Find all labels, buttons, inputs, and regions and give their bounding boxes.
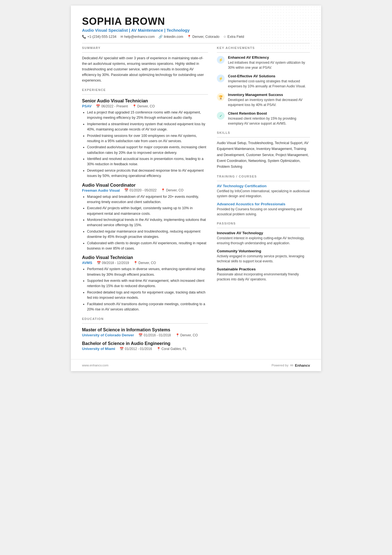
job-bullets-3: Performed AV system setups in diverse ve… bbox=[82, 267, 208, 312]
location-value: Denver, Colorado bbox=[192, 35, 219, 39]
achievement-2: ⚡ Cost-Effective AV Solutions Implemente… bbox=[217, 74, 310, 89]
job-bullets-2: Managed setup and breakdown of AV equipm… bbox=[82, 194, 208, 251]
summary-text: Dedicated AV specialist with over 3 year… bbox=[82, 55, 208, 83]
school-2: University of Miami bbox=[82, 347, 115, 351]
job-title-1: Senior Audio Visual Technician bbox=[82, 98, 208, 103]
phone-icon: 📞 bbox=[82, 35, 86, 39]
passion-title-3: Sustainable Practices bbox=[217, 267, 310, 271]
achievement-icon-3: 🏆 bbox=[217, 93, 225, 101]
achievement-title-1: Enhanced AV Efficiency bbox=[228, 55, 310, 60]
right-column: KEY ACHIEVEMENTS ⚡ Enhanced AV Efficienc… bbox=[217, 46, 310, 351]
achievement-text-2: Cost-Effective AV Solutions Implemented … bbox=[228, 74, 310, 89]
edu-meta-2: University of Miami 📅 01/2012 - 01/2016 … bbox=[82, 347, 208, 351]
job-dates-1: 📅 06/2022 - Present bbox=[96, 104, 128, 108]
skills-label: SKILLS bbox=[217, 131, 310, 134]
extra-item: ☆ Extra Field bbox=[223, 35, 244, 39]
star-icon: ☆ bbox=[223, 35, 226, 39]
calendar-icon-1: 📅 bbox=[96, 104, 100, 108]
achievement-icon-1: ⚡ bbox=[217, 56, 225, 64]
bullet-2-5: Collaborated with clients to design cust… bbox=[87, 241, 208, 251]
bullet-3-4: Facilitated smooth AV transitions during… bbox=[87, 302, 208, 312]
training-title-2: Advanced Acoustics for Professionals bbox=[217, 202, 310, 206]
achievement-desc-3: Developed an inventory system that decre… bbox=[228, 97, 310, 107]
edu-dates-1: 📅 01/2016 - 01/2018 bbox=[138, 333, 171, 337]
achievement-3: 🏆 Inventory Management Success Developed… bbox=[217, 93, 310, 107]
bullet-3-2: Supported live events with real-time AV … bbox=[87, 278, 208, 289]
edu-location-2: 📍 Coral Gables, FL bbox=[157, 347, 187, 351]
pin-edu-1: 📍 bbox=[175, 333, 180, 337]
two-column-layout: SUMMARY Dedicated AV specialist with ove… bbox=[82, 46, 310, 351]
achievement-desc-1: Led initiatives that improved AV system … bbox=[228, 60, 310, 70]
enhancv-brand: Enhancv bbox=[295, 363, 310, 367]
calendar-icon-3: 📅 bbox=[97, 261, 101, 265]
passion-title-1: Innovative AV Technology bbox=[217, 231, 310, 235]
job-meta-2: Freeman Audio Visual 📅 01/2020 - 05/2022… bbox=[82, 188, 208, 193]
job-title-3: Audio Visual Technician bbox=[82, 255, 208, 260]
pin-icon-1: 📍 bbox=[132, 104, 137, 108]
achievements-divider bbox=[217, 52, 310, 53]
skills-text: Audio Visual Setup, Troubleshooting, Tec… bbox=[217, 140, 310, 170]
achievement-icon-4: ✓ bbox=[217, 112, 225, 120]
website-value: linkedin.com bbox=[164, 35, 183, 39]
enhancv-logo-icon: ∞ bbox=[290, 363, 293, 368]
location-icon: 📍 bbox=[187, 35, 191, 39]
experience-divider bbox=[82, 94, 208, 95]
link-icon: 🔗 bbox=[158, 35, 163, 39]
achievement-desc-4: Increased client retention by 15% by pro… bbox=[228, 116, 310, 126]
achievement-1: ⚡ Enhanced AV Efficiency Led initiatives… bbox=[217, 55, 310, 70]
achievements-label: KEY ACHIEVEMENTS bbox=[217, 46, 310, 50]
job-title-2: Audio Visual Coordinator bbox=[82, 183, 208, 188]
company-3: AVMS bbox=[82, 261, 92, 265]
degree-1: Master of Science in Information Systems bbox=[82, 327, 208, 332]
footer-url: www.enhancv.com bbox=[82, 364, 108, 367]
bullet-2-1: Managed setup and breakdown of AV equipm… bbox=[87, 194, 208, 205]
achievement-text-1: Enhanced AV Efficiency Led initiatives t… bbox=[228, 55, 310, 70]
achievement-desc-2: Implemented cost-saving strategies that … bbox=[228, 79, 310, 89]
achievement-4: ✓ Client Retention Boost Increased clien… bbox=[217, 111, 310, 126]
summary-divider bbox=[82, 52, 208, 53]
job-location-2: 📍 Denver, CO bbox=[161, 188, 183, 192]
email-icon: ✉ bbox=[120, 35, 123, 39]
passions-divider bbox=[217, 228, 310, 228]
job-bullets-1: Led a project that upgraded 15 conferenc… bbox=[82, 110, 208, 179]
company-1: PSAV bbox=[82, 104, 91, 108]
candidate-name: SOPHIA BROWN bbox=[82, 16, 310, 27]
achievement-title-4: Client Retention Boost bbox=[228, 111, 310, 115]
job-location-1: 📍 Denver, CO bbox=[132, 104, 155, 108]
header-divider bbox=[82, 43, 310, 43]
training-desc-2: Provided by Coursera focusing on sound e… bbox=[217, 207, 310, 217]
powered-by-text: Powered by bbox=[272, 364, 289, 367]
bullet-1-3: Provided training sessions for over 100 … bbox=[87, 133, 208, 144]
achievement-title-3: Inventory Management Success bbox=[228, 93, 310, 97]
contact-line: 📞 +1-(234)-555-1234 ✉ help@enhancv.com 🔗… bbox=[82, 35, 310, 39]
job-meta-3: AVMS 📅 09/2018 - 12/2019 📍 Denver, CO bbox=[82, 261, 208, 265]
education-divider bbox=[82, 323, 208, 324]
bullet-1-1: Led a project that upgraded 15 conferenc… bbox=[87, 110, 208, 121]
passion-3: Sustainable Practices Passionate about i… bbox=[217, 267, 310, 282]
bullet-3-1: Performed AV system setups in diverse ve… bbox=[87, 267, 208, 277]
edu-location-1: 📍 Denver, CO bbox=[175, 333, 198, 337]
bullet-1-6: Developed service protocols that decreas… bbox=[87, 168, 208, 179]
bullet-2-2: Executed AV projects within budget, cons… bbox=[87, 206, 208, 216]
edu-dates-2: 📅 01/2012 - 01/2016 bbox=[120, 347, 152, 351]
website-item: 🔗 linkedin.com bbox=[158, 35, 183, 39]
extra-value: Extra Field bbox=[227, 35, 244, 39]
calendar-edu-2: 📅 bbox=[120, 347, 124, 351]
pin-icon-3: 📍 bbox=[133, 261, 138, 265]
bullet-3-3: Recorded detailed logs and reports for e… bbox=[87, 290, 208, 301]
email-item: ✉ help@enhancv.com bbox=[120, 35, 155, 39]
location-item: 📍 Denver, Colorado bbox=[187, 35, 219, 39]
achievement-icon-2: ⚡ bbox=[217, 75, 225, 82]
footer-powered: Powered by ∞ Enhancv bbox=[272, 363, 310, 368]
training-2: Advanced Acoustics for Professionals Pro… bbox=[217, 202, 310, 217]
resume-wrapper: SOPHIA BROWN Audio Visual Specialist | A… bbox=[71, 6, 321, 371]
job-meta-1: PSAV 📅 06/2022 - Present 📍 Denver, CO bbox=[82, 104, 208, 108]
calendar-icon-2: 📅 bbox=[124, 188, 128, 192]
passion-2: Community Volunteering Actively engaged … bbox=[217, 249, 310, 264]
bullet-1-4: Coordinated audio/visual support for maj… bbox=[87, 145, 208, 156]
pin-icon-2: 📍 bbox=[161, 188, 165, 192]
bullet-2-3: Monitored technological trends in the AV… bbox=[87, 217, 208, 228]
email-value: help@enhancv.com bbox=[124, 35, 155, 39]
job-dates-2: 📅 01/2020 - 05/2022 bbox=[124, 188, 157, 192]
achievement-title-2: Cost-Effective AV Solutions bbox=[228, 74, 310, 78]
